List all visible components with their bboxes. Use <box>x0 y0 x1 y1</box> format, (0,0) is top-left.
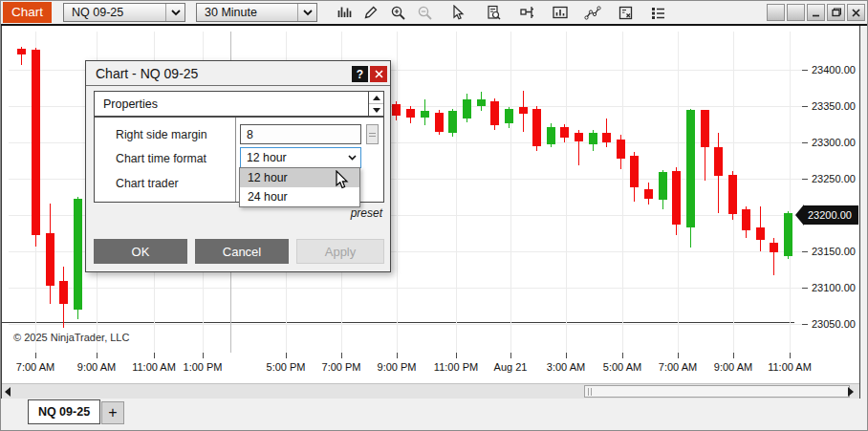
cursor-mode-button[interactable] <box>447 2 468 23</box>
zoom-in-button[interactable] <box>387 2 408 23</box>
mouse-cursor-icon <box>335 170 349 194</box>
close-icon <box>375 70 383 78</box>
right-side-margin-label: Right side margin <box>116 128 207 141</box>
drawing-tools-icon <box>584 6 601 20</box>
horizontal-scrollbar[interactable] <box>2 383 859 399</box>
data-box-icon <box>486 5 502 21</box>
scroll-left-arrow-icon[interactable] <box>5 387 14 397</box>
tab-bar: NQ 09-25 + <box>1 399 867 431</box>
interval-selector[interactable]: 30 Minute <box>196 3 317 22</box>
instrument-value: NQ 09-25 <box>64 6 165 19</box>
pencil-icon <box>363 5 379 20</box>
strategies-button[interactable] <box>615 2 636 23</box>
close-icon <box>852 9 860 17</box>
close-button[interactable] <box>847 4 865 21</box>
dialog-help-button[interactable]: ? <box>352 66 368 82</box>
chart-trader-icon <box>519 5 535 20</box>
copyright-text: © 2025 NinjaTrader, LLC <box>13 332 129 343</box>
zoom-in-icon <box>390 5 406 21</box>
data-box-button[interactable] <box>483 2 504 23</box>
maximize-button[interactable] <box>827 4 845 21</box>
dialog-close-button[interactable] <box>370 66 387 82</box>
scroll-right-arrow-icon[interactable] <box>848 387 857 397</box>
grid-separator <box>235 118 236 202</box>
chevron-down-icon <box>297 4 316 21</box>
preset-link[interactable]: preset <box>351 206 382 220</box>
strategies-icon <box>618 5 634 21</box>
grid-scrollbar[interactable] <box>366 124 379 144</box>
indicators-button[interactable] <box>550 2 571 23</box>
zoom-out-button <box>414 2 435 23</box>
draw-button[interactable] <box>360 2 381 23</box>
apply-button: Apply <box>296 239 384 264</box>
interval-value: 30 Minute <box>197 6 297 19</box>
window-controls <box>767 4 865 21</box>
right-side-margin-input[interactable] <box>240 124 361 144</box>
cursor-icon <box>451 5 465 21</box>
price-bars-icon <box>336 5 353 20</box>
chart-style-button[interactable] <box>334 2 355 23</box>
chevron-down-icon <box>343 155 360 161</box>
minimize-button[interactable] <box>807 4 825 21</box>
maximize-icon <box>832 8 841 17</box>
chart-time-format-label: Chart time format <box>116 152 206 165</box>
zoom-out-icon <box>417 5 433 21</box>
section-spinner <box>368 92 383 116</box>
ninjatrader-chart-window: Chart NQ 09-25 30 Minute <box>0 0 868 431</box>
properties-list-icon <box>650 6 666 20</box>
chart-trader-button[interactable] <box>516 2 537 23</box>
interval-link-button[interactable] <box>787 4 805 21</box>
properties-section-label: Properties <box>103 97 158 111</box>
toolbar: Chart NQ 09-25 30 Minute <box>1 1 867 26</box>
indicator-panel-icon <box>552 5 569 20</box>
cancel-button[interactable]: Cancel <box>195 239 289 264</box>
dialog-title: Chart - NQ 09-25 <box>86 61 390 86</box>
drawing-tools-button[interactable] <box>582 2 603 23</box>
instrument-selector[interactable]: NQ 09-25 <box>63 3 185 22</box>
chart-window-badge[interactable]: Chart <box>3 2 52 23</box>
minimize-icon <box>812 9 820 17</box>
chevron-down-icon <box>165 4 184 21</box>
chart-properties-dialog: Chart - NQ 09-25 ? Properties Right side… <box>85 60 391 272</box>
scrollbar-thumb[interactable] <box>584 385 850 398</box>
spin-down-button[interactable] <box>369 103 383 116</box>
chart-time-format-value: 12 hour <box>241 151 343 164</box>
spin-up-button[interactable] <box>369 92 383 103</box>
instrument-link-button[interactable] <box>767 4 785 21</box>
ok-button[interactable]: OK <box>94 239 187 264</box>
add-tab-button[interactable]: + <box>101 401 124 424</box>
properties-section-selector[interactable]: Properties <box>94 91 384 117</box>
chart-trader-label: Chart trader <box>116 177 179 190</box>
chart-time-format-select[interactable]: 12 hour <box>240 147 361 168</box>
tab-nq-09-25[interactable]: NQ 09-25 <box>28 399 100 424</box>
properties-button[interactable] <box>647 2 668 23</box>
